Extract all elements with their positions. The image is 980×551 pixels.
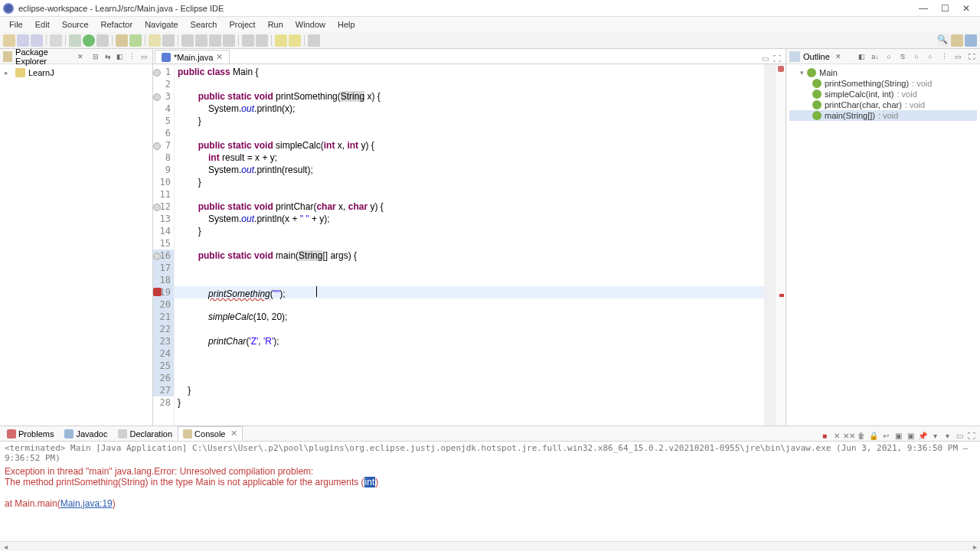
show-console-on-err-icon[interactable]: ▣ — [905, 430, 916, 441]
code-area[interactable]: public class Main { public static void p… — [175, 64, 764, 425]
expand-toggle-icon[interactable]: ▸ — [5, 69, 12, 77]
terminate-icon[interactable]: ■ — [819, 430, 830, 441]
next-annotation-icon[interactable] — [242, 34, 254, 47]
show-whitespace-icon[interactable] — [223, 34, 235, 47]
vertical-scrollbar[interactable] — [764, 64, 775, 425]
toggle-mark-occur-icon[interactable] — [195, 34, 207, 47]
new-package-icon[interactable] — [116, 34, 128, 47]
outline-method-node[interactable]: simpleCalc(int, int) : void — [789, 89, 977, 99]
outline-view-menu-icon[interactable]: ⋮ — [939, 51, 949, 62]
run-icon[interactable] — [83, 34, 95, 47]
tab-declaration[interactable]: Declaration — [113, 427, 178, 441]
scroll-left-icon[interactable]: ◂ — [0, 543, 11, 551]
editor-area: *Main.java ✕ ▭ ⛶ 12345678910111213141516… — [153, 49, 786, 425]
minimize-view-icon[interactable]: ▭ — [140, 51, 149, 62]
project-node[interactable]: ▸ LearnJ — [3, 67, 149, 78]
debug-icon[interactable] — [69, 34, 81, 47]
collapse-all-icon[interactable]: ⊟ — [91, 51, 100, 62]
code-editor[interactable]: 1234567891011121314151617181920212223242… — [153, 64, 786, 425]
maximize-button[interactable]: ☐ — [934, 1, 956, 16]
editor-maximize-icon[interactable]: ⛶ — [772, 53, 782, 64]
package-tree[interactable]: ▸ LearnJ — [0, 64, 152, 81]
console-close-icon[interactable]: ✕ — [230, 429, 237, 439]
clear-console-icon[interactable]: 🗑 — [856, 430, 867, 441]
outline-tree[interactable]: ▾ Main printSomething(String) : voidsimp… — [786, 64, 980, 124]
hide-static-icon[interactable]: S — [897, 51, 908, 62]
overview-ruler[interactable] — [775, 64, 786, 425]
package-explorer-view: Package Explorer ✕ ⊟ ⇆ ◧ ⋮ ▭ ▸ LearnJ — [0, 49, 153, 425]
sort-icon[interactable]: a↓ — [870, 51, 880, 62]
outline-close-icon[interactable]: ✕ — [833, 51, 844, 62]
coverage-icon[interactable] — [96, 34, 109, 47]
pkg-close-icon[interactable]: ✕ — [76, 51, 85, 62]
link-editor-icon[interactable]: ⇆ — [103, 51, 113, 62]
minimize-button[interactable]: — — [913, 1, 934, 16]
editor-minimize-icon[interactable]: ▭ — [760, 53, 770, 64]
save-icon[interactable] — [17, 34, 29, 47]
menu-run[interactable]: Run — [262, 18, 289, 31]
outline-method-node[interactable]: main(String[]) : void — [789, 110, 977, 121]
console-line: Exception in thread "main" java.lang.Err… — [5, 466, 975, 477]
console-min-icon[interactable]: ▭ — [954, 430, 965, 441]
outline-method-node[interactable]: printChar(char, char) : void — [789, 99, 977, 110]
editor-tab-main[interactable]: *Main.java ✕ — [155, 50, 230, 64]
menu-search[interactable]: Search — [185, 18, 224, 31]
console-max-icon[interactable]: ⛶ — [966, 430, 977, 441]
overview-error-mark[interactable] — [779, 294, 784, 297]
stack-trace-link[interactable]: Main.java:19 — [60, 498, 113, 509]
outline-class-node[interactable]: ▾ Main — [789, 67, 977, 78]
scroll-right-icon[interactable]: ▸ — [969, 543, 980, 551]
close-button[interactable]: ✕ — [956, 1, 977, 16]
new-icon[interactable] — [3, 34, 15, 47]
menu-refactor[interactable]: Refactor — [95, 18, 139, 31]
show-console-on-out-icon[interactable]: ▣ — [893, 430, 903, 441]
menu-project[interactable]: Project — [223, 18, 261, 31]
word-wrap-icon[interactable]: ↩ — [880, 430, 891, 441]
bottom-horizontal-scrollbar[interactable]: ◂ ▸ — [0, 541, 980, 551]
search-icon[interactable] — [162, 34, 175, 47]
menu-source[interactable]: Source — [56, 18, 95, 31]
close-tab-icon[interactable]: ✕ — [216, 52, 223, 62]
focus-task-icon[interactable]: ◧ — [116, 51, 125, 62]
quick-access-icon[interactable]: 🔍 — [937, 34, 949, 47]
open-console-icon[interactable]: ▾ — [942, 430, 952, 441]
menu-edit[interactable]: Edit — [29, 18, 56, 31]
hide-nonpublic-icon[interactable]: ○ — [911, 51, 922, 62]
scroll-lock-icon[interactable]: 🔒 — [868, 430, 879, 441]
back-icon[interactable] — [275, 34, 287, 47]
hide-fields-icon[interactable]: ○ — [884, 51, 894, 62]
java-perspective-icon[interactable] — [965, 34, 977, 47]
focus-active-task-icon[interactable]: ◧ — [856, 51, 867, 62]
current-line[interactable]: printSomething(""); — [175, 286, 764, 298]
open-perspective-icon[interactable] — [951, 34, 963, 47]
forward-icon[interactable] — [289, 34, 301, 47]
outline-max-icon[interactable]: ⛶ — [966, 51, 977, 62]
editor-tab-label: *Main.java — [174, 53, 213, 62]
toggle-block-sel-icon[interactable] — [209, 34, 221, 47]
outline-method-node[interactable]: printSomething(String) : void — [789, 78, 977, 89]
display-selected-icon[interactable]: ▾ — [929, 430, 940, 441]
main-toolbar: 🔍 — [0, 32, 980, 49]
pin-console-icon[interactable]: 📌 — [917, 430, 928, 441]
new-class-icon[interactable] — [129, 34, 142, 47]
remove-all-icon[interactable]: ✕✕ — [844, 430, 854, 441]
open-task-icon[interactable] — [149, 34, 161, 47]
open-type-icon[interactable] — [50, 34, 62, 47]
tab-javadoc[interactable]: Javadoc — [59, 427, 113, 441]
menu-window[interactable]: Window — [289, 18, 332, 31]
menu-navigate[interactable]: Navigate — [139, 18, 184, 31]
tab-console[interactable]: Console✕ — [178, 426, 243, 441]
menu-help[interactable]: Help — [332, 18, 361, 31]
view-menu-icon[interactable]: ⋮ — [128, 51, 137, 62]
method-icon — [812, 79, 822, 88]
menu-file[interactable]: File — [3, 18, 29, 31]
remove-launch-icon[interactable]: ✕ — [831, 430, 842, 441]
tab-problems[interactable]: Problems — [2, 427, 59, 441]
prev-annotation-icon[interactable] — [256, 34, 268, 47]
pin-editor-icon[interactable] — [308, 34, 320, 47]
outline-min-icon[interactable]: ▭ — [952, 51, 963, 62]
console-output[interactable]: Exception in thread "main" java.lang.Err… — [0, 465, 980, 541]
save-all-icon[interactable] — [31, 34, 43, 47]
toggle-breadcrumb-icon[interactable] — [181, 34, 194, 47]
hide-local-icon[interactable]: ○ — [925, 51, 936, 62]
